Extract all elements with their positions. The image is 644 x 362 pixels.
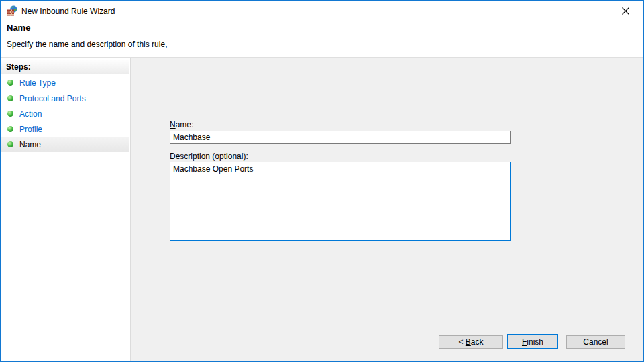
close-button[interactable] [611, 1, 639, 21]
sidebar-item-action[interactable]: Action [1, 106, 129, 121]
step-bullet-icon [7, 141, 13, 147]
page-subtitle: Specify the name and description of this… [7, 40, 167, 49]
back-button[interactable]: < Back [439, 335, 503, 349]
description-field-label: Description (optional): [170, 152, 248, 161]
step-label: Action [19, 109, 42, 119]
cancel-button[interactable]: Cancel [566, 335, 625, 349]
titlebar: New Inbound Rule Wizard [1, 1, 643, 21]
steps-heading: Steps: [1, 60, 129, 74]
sidebar-item-profile[interactable]: Profile [1, 121, 129, 137]
main-pane: Name: Description (optional): Machbase O… [131, 58, 643, 361]
close-icon [622, 7, 629, 15]
step-bullet-icon [7, 80, 13, 86]
finish-button[interactable]: Finish [507, 334, 558, 349]
step-bullet-icon [7, 95, 13, 101]
wizard-window: New Inbound Rule Wizard Name Specify the… [0, 0, 644, 362]
firewall-icon [7, 5, 17, 16]
text-caret [254, 164, 254, 173]
step-bullet-icon [7, 126, 13, 132]
name-input[interactable] [170, 131, 511, 144]
step-label: Protocol and Ports [19, 94, 86, 103]
description-textarea[interactable]: Machbase Open Ports [170, 162, 511, 241]
sidebar-item-protocol-and-ports[interactable]: Protocol and Ports [1, 90, 129, 106]
step-bullet-icon [7, 111, 13, 117]
step-label: Name [19, 140, 41, 149]
step-label: Profile [19, 125, 42, 134]
window-title: New Inbound Rule Wizard [21, 7, 115, 16]
name-field-label: Name: [170, 120, 193, 129]
sidebar-item-rule-type[interactable]: Rule Type [1, 75, 129, 90]
sidebar-item-name[interactable]: Name [1, 137, 129, 152]
description-text: Machbase Open Ports [173, 164, 253, 174]
page-title: Name [7, 23, 30, 33]
steps-sidebar: Steps: Rule Type Protocol and Ports Acti… [1, 58, 130, 361]
step-label: Rule Type [19, 78, 56, 88]
